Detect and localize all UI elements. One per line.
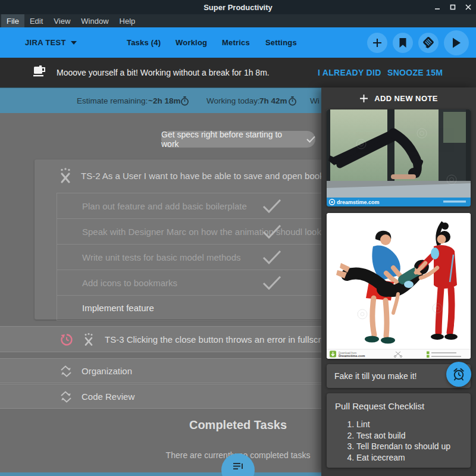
sync-clock-icon [60, 333, 73, 346]
tab-metrics[interactable]: Metrics [222, 27, 250, 58]
menu-view[interactable]: View [48, 14, 76, 27]
add-new-note-button[interactable]: ADD NEW NOTE [321, 87, 476, 109]
tab-worklog[interactable]: Worklog [176, 27, 207, 58]
task-title: Code Review [82, 392, 134, 402]
svg-text:Dreamstime.com: Dreamstime.com [339, 354, 365, 358]
task-title: Organization [82, 366, 132, 376]
minimize-icon[interactable] [433, 3, 441, 11]
app-window: Super Productivity File Edit View Window… [0, 0, 476, 476]
menu-edit[interactable]: Edit [24, 14, 48, 27]
play-button[interactable] [444, 30, 469, 55]
notes-panel: ADD NEW NOTE [321, 87, 476, 476]
main-toolbar: JIRA TEST Tasks (4) Worklog Metrics Sett… [0, 27, 476, 58]
checklist-title: Pull Request Checklist [335, 401, 462, 411]
working-today-label: Working today: [206, 88, 260, 114]
menu-help[interactable]: Help [114, 14, 141, 27]
checklist-item: Lint [356, 419, 462, 430]
task-title: TS-3 Clicking the close button throws an… [105, 334, 336, 345]
checklist-item: Eat icecream [356, 452, 462, 464]
truncated-label: Wi [310, 88, 320, 114]
checklist: Lint Test aot build Tell Brendan to shou… [356, 419, 462, 463]
check-icon [306, 136, 315, 143]
jira-icon [58, 167, 73, 184]
break-message: Mooove yourself a bit! Working without a… [57, 58, 270, 87]
titlebar: Super Productivity [0, 0, 476, 14]
note-reminder-button[interactable] [446, 362, 471, 387]
play-icon [451, 37, 462, 49]
task-title: TS-2 As a User I want to have be able to… [81, 171, 348, 181]
subtask-title: Speak with Designer Marc on how the anim… [82, 227, 337, 237]
project-name: JIRA TEST [25, 38, 66, 47]
check-icon [262, 250, 281, 265]
repeat-icon [60, 390, 73, 403]
checklist-item: Test aot build [356, 430, 462, 441]
note-image-yoga[interactable]: dreamstime.com [327, 109, 471, 206]
checklist-item: Tell Brendan to should up [356, 441, 462, 452]
tab-tasks[interactable]: Tasks (4) [127, 27, 161, 58]
stopwatch-icon [180, 88, 190, 114]
chevron-down-icon [71, 41, 77, 45]
yoga-photo: dreamstime.com [327, 109, 471, 206]
close-icon[interactable] [464, 3, 472, 11]
repeat-icon [60, 365, 73, 378]
check-icon [262, 224, 281, 239]
estimate-remaining-label: Estimate remaining: [77, 88, 148, 114]
coffee-mug-icon [32, 65, 48, 79]
maximize-icon[interactable] [449, 3, 457, 11]
note-text: Fake it till you make it! [334, 371, 417, 381]
notes-toggle-button[interactable] [418, 33, 439, 53]
already-did-button[interactable]: I ALREADY DID [318, 58, 381, 87]
subtask-title: Add icons to bookmarks [82, 278, 177, 288]
project-switcher[interactable]: JIRA TEST [25, 27, 77, 58]
chip-text: Get specs right before starting to work [161, 130, 302, 149]
bookmark-icon [398, 37, 408, 48]
add-task-button[interactable] [367, 33, 387, 53]
bookmarks-toggle-button[interactable] [393, 33, 413, 53]
subtask-title: Write unit tests for basic model methods [82, 252, 241, 262]
add-new-note-label: ADD NEW NOTE [374, 94, 438, 103]
note-image-first-aid[interactable]: Download from Dreamstime.com [327, 213, 471, 359]
alarm-clock-icon [452, 367, 466, 381]
subtask-title: Implement feature [82, 303, 154, 313]
first-aid-illustration: Download from Dreamstime.com [327, 213, 471, 359]
menu-window[interactable]: Window [76, 14, 114, 27]
check-icon [262, 275, 281, 290]
menu-file[interactable]: File [1, 14, 24, 27]
stopwatch-icon [287, 88, 298, 114]
subtask-title: Plan out feature and add basic boilerpla… [82, 201, 247, 211]
break-reminder-banner: Mooove yourself a bit! Working without a… [0, 58, 476, 87]
note-checklist[interactable]: Pull Request Checklist Lint Test aot bui… [327, 393, 471, 468]
playlist-icon [232, 462, 244, 472]
check-icon [262, 199, 281, 214]
svg-text:dreamstime.com: dreamstime.com [337, 199, 380, 205]
jira-icon [83, 332, 95, 347]
working-today-value: 7h 42m [259, 88, 287, 114]
tab-settings[interactable]: Settings [265, 27, 297, 58]
window-title: Super Productivity [203, 3, 273, 12]
last-done-task-chip[interactable]: Get specs right before starting to work [161, 131, 315, 148]
plus-icon [372, 37, 383, 48]
estimate-remaining-value: ~2h 18m [148, 88, 180, 114]
snooze-button[interactable]: SNOOZE 15M [387, 58, 443, 87]
plus-icon [359, 94, 368, 103]
menubar: File Edit View Window Help [0, 14, 476, 27]
note-sticky-icon [421, 36, 436, 50]
